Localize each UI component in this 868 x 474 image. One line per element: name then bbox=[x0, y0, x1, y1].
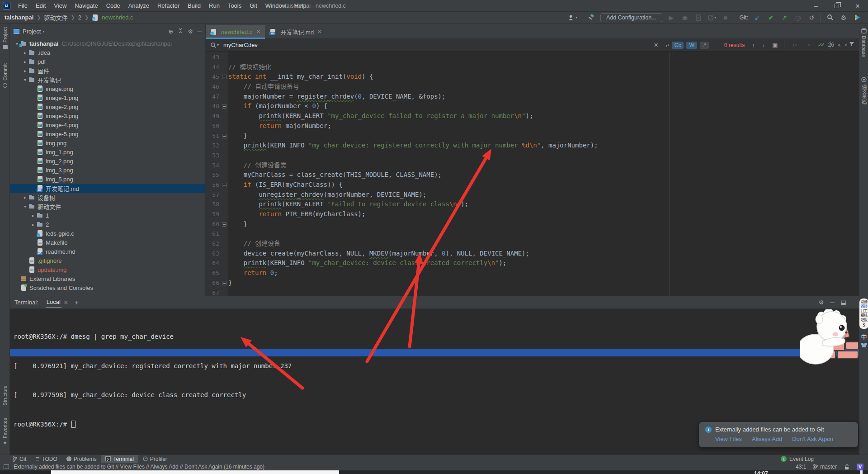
menu-item-edit[interactable]: Edit bbox=[32, 2, 50, 9]
close-tab-icon[interactable]: ✕ bbox=[317, 28, 322, 35]
tree-item-image-1.png[interactable]: image-1.png bbox=[10, 93, 205, 102]
fold-marker-icon[interactable] bbox=[222, 75, 226, 79]
close-tab-icon[interactable]: ✕ bbox=[256, 28, 260, 35]
tree-chevron-icon[interactable]: ▸ bbox=[22, 195, 28, 200]
menu-item-navigate[interactable]: Navigate bbox=[71, 2, 102, 9]
project-panel-title[interactable]: Project bbox=[23, 28, 41, 35]
close-button[interactable]: ✕ bbox=[847, 0, 868, 12]
tree-chevron-icon[interactable]: ▾ bbox=[22, 204, 28, 209]
tree-item-.idea[interactable]: ▸.idea bbox=[10, 48, 205, 57]
profiler-icon[interactable]: ▾ bbox=[708, 13, 717, 22]
tree-chevron-icon[interactable]: ▸ bbox=[30, 213, 37, 218]
tree-item-image-3.png[interactable]: image-3.png bbox=[10, 111, 205, 120]
tree-item-readme.md[interactable]: MDreadme.md bbox=[10, 247, 205, 256]
sidebar-item-commit[interactable]: Commit bbox=[0, 63, 10, 88]
menu-item-build[interactable]: Build bbox=[184, 2, 205, 9]
ideavim-icon[interactable]: V bbox=[857, 464, 863, 470]
minimize-terminal-icon[interactable]: ─ bbox=[830, 299, 834, 306]
locate-file-icon[interactable]: ⊕ bbox=[168, 28, 173, 35]
sidebar-item-database[interactable]: Database bbox=[859, 28, 868, 57]
breadcrumb-folder[interactable]: 驱动文件 bbox=[44, 13, 68, 22]
next-occurrence-icon[interactable]: ↓ bbox=[762, 42, 765, 48]
toolwindow-toggle-icon[interactable] bbox=[4, 465, 9, 469]
tree-item-开发笔记.md[interactable]: MD开发笔记.md bbox=[10, 184, 205, 193]
tree-item-taishanpai[interactable]: ▾taishanpaiC:\Users\QINGJUE\Desktop\git\… bbox=[10, 39, 205, 48]
regex-toggle[interactable]: .* bbox=[700, 42, 709, 49]
tree-item-.gitignore[interactable]: .gitignore bbox=[10, 256, 205, 265]
code-editor[interactable]: 4344// 模块初始化45static int __init my_char_… bbox=[206, 52, 859, 296]
tree-item-Makefile[interactable]: Makefile bbox=[10, 238, 205, 247]
collapse-all-icon[interactable] bbox=[178, 28, 183, 35]
stop-icon[interactable]: ■ bbox=[721, 13, 730, 22]
git-update-icon[interactable]: ↙ bbox=[753, 13, 762, 22]
sidebar-item-structure[interactable]: Structure bbox=[0, 385, 10, 406]
menu-item-analyze[interactable]: Analyze bbox=[124, 2, 153, 9]
tree-item-开发笔记[interactable]: ▾开发笔记 bbox=[10, 75, 205, 84]
tree-item-image-5.png[interactable]: image-5.png bbox=[10, 129, 205, 138]
next-problem-icon[interactable]: ∨ bbox=[844, 43, 847, 47]
view-files-link[interactable]: View Files bbox=[715, 436, 742, 442]
clear-search-icon[interactable]: ✕ bbox=[654, 42, 659, 48]
dont-ask-again-link[interactable]: Don't Ask Again bbox=[792, 436, 833, 442]
menu-item-view[interactable]: View bbox=[50, 2, 71, 9]
breadcrumb-project[interactable]: taishanpai bbox=[5, 14, 33, 21]
caret-position[interactable]: 43:1 bbox=[796, 464, 806, 470]
tree-item-pdf[interactable]: ▸pdf bbox=[10, 57, 205, 66]
tree-chevron-icon[interactable]: ▸ bbox=[22, 50, 28, 55]
tree-item-img_1.png[interactable]: img_1.png bbox=[10, 147, 205, 156]
match-case-toggle[interactable]: Cc bbox=[672, 42, 684, 49]
tree-item-1[interactable]: ▸1 bbox=[10, 211, 205, 220]
git-rollback-icon[interactable]: ↺ bbox=[807, 13, 816, 22]
prev-problem-icon[interactable]: ∧ bbox=[838, 43, 841, 47]
add-configuration-button[interactable]: Add Configuration... bbox=[600, 13, 662, 22]
newline-icon[interactable]: ⤶ bbox=[666, 42, 669, 49]
tree-item-img_2.png[interactable]: img_2.png bbox=[10, 156, 205, 166]
panel-settings-gear-icon[interactable]: ⚙ bbox=[188, 28, 193, 35]
status-message[interactable]: Externally added files can be added to G… bbox=[14, 464, 264, 470]
toolwindow-profiler[interactable]: Profiler bbox=[138, 455, 172, 463]
sidebar-item-favorites[interactable]: Favorites ★ bbox=[0, 418, 10, 445]
add-selection-icon[interactable]: +▫ bbox=[792, 42, 797, 48]
search-everywhere-icon[interactable] bbox=[826, 13, 835, 22]
breadcrumb-file[interactable]: c newchrled.c bbox=[92, 14, 133, 21]
tree-chevron-icon[interactable]: ▸ bbox=[22, 59, 28, 64]
tree-item-img_5.png[interactable]: img_5.png bbox=[10, 175, 205, 184]
tree-item-img.png[interactable]: img.png bbox=[10, 138, 205, 147]
tree-item-External Libraries[interactable]: External Libraries bbox=[10, 274, 205, 283]
fold-marker-icon[interactable] bbox=[222, 104, 226, 109]
tree-item-leds-gpio.c[interactable]: cleds-gpio.c bbox=[10, 229, 205, 238]
select-all-occurrences-icon[interactable]: ▣ bbox=[772, 42, 778, 48]
fold-marker-icon[interactable] bbox=[222, 134, 226, 138]
menu-item-code[interactable]: Code bbox=[102, 2, 124, 9]
plugin-gradient-icon[interactable] bbox=[853, 13, 862, 22]
menu-item-run[interactable]: Run bbox=[205, 2, 224, 9]
tab-dev-notes-md[interactable]: MD 开发笔记.md ✕ bbox=[265, 25, 326, 38]
tree-item-驱动文件[interactable]: ▾驱动文件 bbox=[10, 202, 205, 211]
fold-marker-icon[interactable] bbox=[222, 222, 226, 227]
toolwindow-problems[interactable]: ! Problems bbox=[62, 455, 101, 463]
terminal-settings-gear-icon[interactable]: ⚙ bbox=[819, 299, 824, 306]
tree-item-image.png[interactable]: image.png bbox=[10, 84, 205, 93]
close-terminal-tab-icon[interactable]: ✕ bbox=[64, 299, 68, 306]
tshirt-icon[interactable] bbox=[861, 343, 867, 347]
tree-chevron-icon[interactable]: ▾ bbox=[22, 77, 28, 82]
menu-item-file[interactable]: File bbox=[14, 2, 32, 9]
git-history-icon[interactable]: ◷ bbox=[793, 13, 802, 22]
user-icon[interactable]: ▾ bbox=[568, 13, 577, 22]
coverage-icon[interactable] bbox=[694, 13, 703, 22]
git-push-icon[interactable]: ↗ bbox=[780, 13, 789, 22]
menu-item-git[interactable]: Git bbox=[245, 2, 261, 9]
whole-words-toggle[interactable]: W bbox=[686, 42, 697, 49]
new-terminal-icon[interactable]: + bbox=[75, 299, 79, 306]
filter-search-icon[interactable] bbox=[849, 42, 854, 48]
tree-chevron-icon[interactable]: ▸ bbox=[22, 68, 28, 73]
always-add-link[interactable]: Always Add bbox=[752, 436, 782, 442]
sidebar-item-tongyi-lingma[interactable]: 通义灵码 bbox=[859, 77, 868, 104]
tree-item-固件[interactable]: ▸固件 bbox=[10, 66, 205, 75]
toolwindow-git[interactable]: Git bbox=[8, 455, 31, 463]
git-commit-icon[interactable]: ✔ bbox=[766, 13, 775, 22]
git-branch-widget[interactable]: master bbox=[813, 464, 837, 470]
settings-gear-icon[interactable]: ⚙ bbox=[839, 13, 848, 22]
hide-panel-icon[interactable]: ─ bbox=[198, 28, 202, 35]
fold-marker-icon[interactable] bbox=[222, 183, 226, 187]
